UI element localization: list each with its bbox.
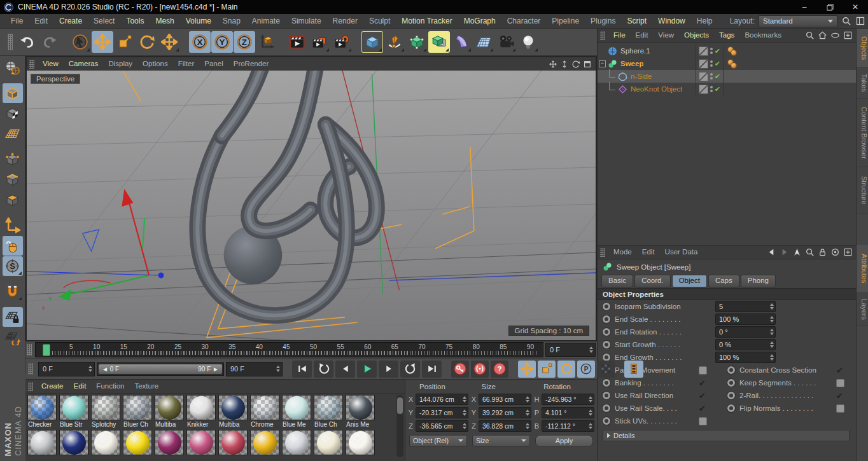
back-icon[interactable] <box>767 247 776 257</box>
material-item-knikker[interactable]: Knikker <box>186 395 217 429</box>
record-key-button[interactable] <box>451 361 469 378</box>
material-item[interactable] <box>123 430 153 455</box>
environment-button[interactable] <box>473 31 494 53</box>
lock-x-button[interactable]: X <box>189 31 211 53</box>
workplane-align-button[interactable] <box>3 327 23 347</box>
layer-toggle[interactable] <box>699 72 708 81</box>
menu-item-snap[interactable]: Snap <box>217 14 246 29</box>
material-item-anis-me[interactable]: Anis Me <box>346 395 376 429</box>
model-mode-button[interactable] <box>3 83 23 103</box>
timeline-mode-button[interactable] <box>624 361 643 378</box>
live-selection-button[interactable] <box>69 31 91 53</box>
keyframe-ring-icon[interactable] <box>603 328 610 336</box>
material-item-blue-me[interactable]: Blue Me <box>282 395 312 429</box>
lock-y-button[interactable]: Y <box>211 31 233 53</box>
expander-icon[interactable]: − <box>599 60 606 67</box>
menu-item-plugins[interactable]: Plugins <box>585 14 621 29</box>
coord-input[interactable]: 36.828 cm <box>479 420 531 432</box>
preview-range-slider[interactable]: ◄ 0 F90 F ► <box>97 362 224 376</box>
render-settings-button[interactable] <box>331 31 353 53</box>
goto-end-button[interactable] <box>422 361 442 378</box>
keyframe-ring-icon[interactable] <box>727 392 735 399</box>
tag-icon[interactable] <box>731 62 737 69</box>
add-icon[interactable] <box>843 247 853 257</box>
side-tab-structure[interactable]: Structure <box>857 167 868 214</box>
timeline-playhead[interactable] <box>43 344 50 356</box>
render-view-button[interactable] <box>286 31 308 53</box>
coord-dropdown-object-rel[interactable]: Object (Rel) <box>409 435 467 447</box>
snap-settings-button[interactable]: S <box>3 256 23 276</box>
om-menu-edit[interactable]: Edit <box>631 29 654 42</box>
viewport-menu-options[interactable]: Options <box>137 57 173 71</box>
menu-item-tools[interactable]: Tools <box>120 14 150 29</box>
record-selection-button[interactable]: ? <box>491 361 508 378</box>
add-icon[interactable] <box>843 31 853 40</box>
interface-icon[interactable] <box>855 16 865 26</box>
enable-toggle[interactable]: ✔ <box>715 85 720 93</box>
timeline-ruler[interactable]: 051015202530354045505560657075808590 0 F <box>25 341 597 358</box>
checkbox-unchecked[interactable] <box>836 404 844 413</box>
magnet-button[interactable] <box>3 282 23 301</box>
menu-item-window[interactable]: Window <box>652 14 691 29</box>
layer-toggle[interactable] <box>699 59 708 69</box>
viewport-menu-view[interactable]: View <box>38 57 64 71</box>
visibility-toggle[interactable] <box>710 47 713 55</box>
tag-icon[interactable] <box>731 50 737 56</box>
keyframe-ring-icon[interactable] <box>603 379 610 387</box>
checkbox-checked[interactable]: ✔ <box>836 392 843 400</box>
side-tab-attributes[interactable]: Attributes <box>857 245 868 293</box>
current-frame-field[interactable]: 0 F <box>545 343 596 357</box>
object-row-n-side[interactable]: n-Side✔ <box>598 70 856 83</box>
checkbox-unchecked[interactable] <box>699 417 707 425</box>
field-input[interactable]: 0 % <box>715 339 776 350</box>
menu-item-animate[interactable]: Animate <box>246 14 286 29</box>
menu-item-mograph[interactable]: MoGraph <box>458 14 501 29</box>
play-button[interactable] <box>357 361 377 378</box>
menu-item-character[interactable]: Character <box>501 14 547 29</box>
panel-drag-handle[interactable] <box>27 344 32 355</box>
menu-item-volume[interactable]: Volume <box>180 14 217 29</box>
material-item[interactable] <box>218 430 249 455</box>
checkbox-checked[interactable]: ✔ <box>699 379 706 387</box>
enable-toggle[interactable]: ✔ <box>715 47 720 55</box>
pointer-icon[interactable] <box>792 247 802 257</box>
next-frame-button[interactable] <box>379 361 398 378</box>
autokey-button[interactable] <box>471 361 489 378</box>
details-expander[interactable]: Details <box>603 430 850 441</box>
om-menu-file[interactable]: File <box>608 29 631 42</box>
visibility-toggle[interactable] <box>710 60 713 67</box>
checkbox-unchecked[interactable] <box>836 379 844 387</box>
primitive-cube-button[interactable] <box>361 31 383 53</box>
side-tab-layers[interactable]: Layers <box>857 293 868 326</box>
side-tab-takes[interactable]: Takes <box>857 68 868 99</box>
viewport-maxi-icon[interactable] <box>583 60 592 69</box>
material-menu-edit[interactable]: Edit <box>69 380 92 393</box>
checkbox-checked[interactable]: ✔ <box>699 404 706 413</box>
material-item-chrome[interactable]: Chrome <box>250 395 281 429</box>
scrollbar-thumb[interactable] <box>397 397 403 414</box>
workplane-mode-button[interactable] <box>3 124 23 144</box>
material-item[interactable] <box>91 430 122 455</box>
material-item[interactable] <box>155 430 185 455</box>
coord-input[interactable]: 4.101 ° <box>542 407 594 418</box>
layout-select[interactable]: Standard <box>759 15 837 27</box>
menu-item-file[interactable]: File <box>5 14 29 29</box>
keyframe-ring-icon[interactable] <box>603 404 610 412</box>
eye-icon[interactable] <box>830 31 840 40</box>
material-item-blue-ch[interactable]: Blue Ch <box>314 395 344 429</box>
object-name[interactable]: n-Side <box>631 72 652 80</box>
om-menu-objects[interactable]: Objects <box>679 29 714 42</box>
material-item[interactable] <box>250 430 281 455</box>
scale-button[interactable] <box>114 31 136 53</box>
light-button[interactable] <box>517 31 539 53</box>
object-name[interactable]: Sphere.1 <box>620 47 650 55</box>
material-menu-function[interactable]: Function <box>91 380 129 393</box>
keyframe-ring-icon[interactable] <box>603 341 610 348</box>
redo-button[interactable] <box>39 31 60 53</box>
tab-caps[interactable]: Caps <box>708 275 739 287</box>
coord-input[interactable]: 66.993 cm <box>479 394 531 405</box>
visibility-toggle[interactable] <box>710 72 713 80</box>
polygons-mode-button[interactable] <box>3 190 23 210</box>
material-item-blue-str[interactable]: Blue Str <box>59 395 90 429</box>
field-input[interactable]: 0 ° <box>715 326 776 338</box>
